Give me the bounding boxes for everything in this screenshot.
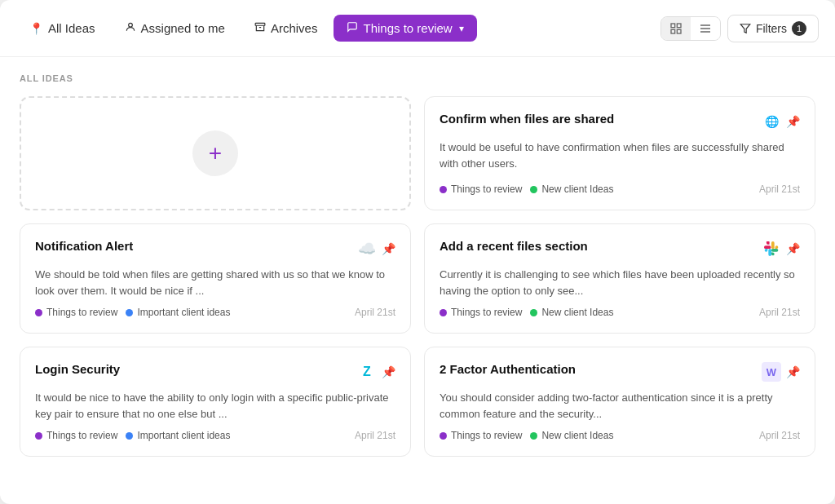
card-title: Add a recent files section — [440, 239, 755, 253]
tab-things-to-review[interactable]: Things to review ▾ — [334, 15, 476, 42]
tag-label: Things to review — [451, 307, 522, 318]
toolbar-right: Filters 1 — [660, 15, 819, 42]
pin-icon: 📌 — [382, 242, 395, 255]
tag-dot — [126, 309, 133, 316]
card-header: Add a recent files section — [440, 239, 800, 259]
svg-rect-3 — [677, 24, 681, 28]
card-description: We should be told when files are getting… — [35, 267, 395, 298]
tag-things-to-review: Things to review — [440, 183, 522, 195]
card-description: It would be nice to have the ability to … — [35, 390, 395, 422]
card-date: April 21st — [759, 430, 800, 441]
tag-label: Things to review — [451, 183, 522, 195]
tag-label: Things to review — [451, 430, 522, 441]
filters-button[interactable]: Filters 1 — [727, 15, 819, 42]
card-date: April 21st — [355, 307, 395, 318]
tag-important-client-ideas: Important client ideas — [126, 430, 230, 441]
card-description: It would be useful to have confirmation … — [440, 139, 800, 175]
card-footer: Things to review Important client ideas … — [35, 307, 395, 318]
card-title: 2 Factor Authentication — [440, 362, 755, 376]
tab-all-ideas-label: All Ideas — [48, 21, 95, 35]
tag-dot — [126, 432, 133, 440]
tag-dot — [530, 186, 537, 193]
tag-label: New client Ideas — [541, 183, 613, 195]
idea-card-recent-files[interactable]: Add a recent files section — [424, 223, 815, 334]
tag-label: Important client ideas — [137, 430, 230, 441]
list-view-icon — [699, 22, 712, 35]
tag-new-client-ideas: New client Ideas — [530, 430, 613, 441]
tag-dot — [35, 432, 42, 440]
tag-things-to-review: Things to review — [440, 307, 522, 318]
pin-tab-icon: 📍 — [29, 22, 43, 35]
tag-new-client-ideas: New client Ideas — [530, 307, 613, 318]
salesforce-icon: ☁️ — [357, 239, 377, 259]
tag-things-to-review: Things to review — [35, 430, 117, 441]
globe-icon: 🌐 — [762, 112, 781, 131]
tag-label: Things to review — [46, 307, 117, 318]
card-header: Login Security Z 📌 — [35, 362, 395, 382]
toolbar: 📍 All Ideas Assigned to me Archives Thin… — [0, 0, 835, 57]
pin-icon: 📌 — [382, 365, 395, 378]
tab-assigned-label: Assigned to me — [141, 21, 225, 35]
add-circle: + — [192, 130, 238, 176]
tag-label: Important client ideas — [137, 307, 230, 318]
main-content: ALL IDEAS + Confirm when files are share… — [0, 57, 835, 504]
tag-dot — [35, 309, 42, 316]
card-icons: Z 📌 — [357, 362, 395, 382]
person-tab-icon — [125, 21, 136, 35]
card-header: 2 Factor Authentication W 📌 — [440, 362, 800, 382]
tab-archives[interactable]: Archives — [241, 15, 331, 42]
grid-view-icon — [669, 22, 683, 35]
card-title: Login Security — [35, 362, 351, 376]
chat-tab-icon — [347, 21, 358, 35]
tab-all-ideas[interactable]: 📍 All Ideas — [16, 15, 108, 42]
svg-rect-2 — [671, 24, 675, 28]
tag-label: New client Ideas — [541, 430, 613, 441]
tab-assigned-to-me[interactable]: Assigned to me — [112, 15, 238, 42]
tag-important-client-ideas: Important client ideas — [126, 307, 230, 318]
list-view-button[interactable] — [691, 17, 720, 40]
card-header: Notification Alert ☁️ 📌 — [35, 239, 395, 259]
tag-label: New client Ideas — [541, 307, 613, 318]
card-icons: 🌐 📌 — [762, 112, 800, 131]
add-idea-card[interactable]: + — [20, 96, 411, 210]
idea-card-2fa[interactable]: 2 Factor Authentication W 📌 You should c… — [424, 347, 815, 457]
filters-label: Filters — [756, 22, 787, 35]
svg-marker-9 — [740, 24, 750, 33]
pin-icon: 📌 — [786, 115, 800, 128]
card-description: You should consider adding two-factor au… — [440, 390, 800, 422]
add-plus-icon: + — [209, 140, 222, 166]
tag-dot — [440, 309, 447, 316]
card-footer: Things to review Important client ideas … — [35, 430, 395, 441]
tag-dot — [530, 432, 537, 440]
card-date: April 21st — [759, 183, 800, 195]
view-toggle — [660, 16, 721, 41]
svg-point-0 — [128, 23, 132, 27]
card-header: Confirm when files are shared 🌐 📌 — [440, 112, 800, 131]
tag-new-client-ideas: New client Ideas — [530, 183, 613, 195]
tag-dot — [440, 432, 447, 440]
idea-card-login-security[interactable]: Login Security Z 📌 It would be nice to h… — [20, 347, 411, 457]
svg-rect-1 — [255, 23, 265, 25]
zendesk-icon: Z — [357, 362, 377, 382]
idea-card-notification-alert[interactable]: Notification Alert ☁️ 📌 We should be tol… — [20, 223, 411, 334]
grid-view-button[interactable] — [661, 17, 691, 40]
w-icon: W — [762, 362, 781, 382]
card-icons: ☁️ 📌 — [357, 239, 395, 259]
svg-rect-5 — [677, 29, 681, 33]
card-title: Confirm when files are shared — [440, 112, 755, 126]
tag-dot — [440, 186, 447, 193]
tag-label: Things to review — [46, 430, 117, 441]
card-icons: W 📌 — [762, 362, 800, 382]
archive-tab-icon — [254, 21, 266, 35]
card-title: Notification Alert — [35, 239, 351, 253]
chevron-down-icon: ▾ — [459, 23, 464, 34]
idea-card-confirm-files[interactable]: Confirm when files are shared 🌐 📌 It wou… — [424, 96, 815, 210]
pin-icon: 📌 — [786, 365, 800, 378]
card-footer: Things to review New client Ideas April … — [440, 430, 800, 441]
card-footer: Things to review New client Ideas April … — [440, 183, 800, 195]
card-date: April 21st — [355, 430, 395, 441]
card-icons: 📌 — [762, 239, 800, 259]
filter-count-badge: 1 — [792, 21, 806, 36]
tag-dot — [530, 309, 537, 316]
slack-icon — [762, 239, 781, 259]
